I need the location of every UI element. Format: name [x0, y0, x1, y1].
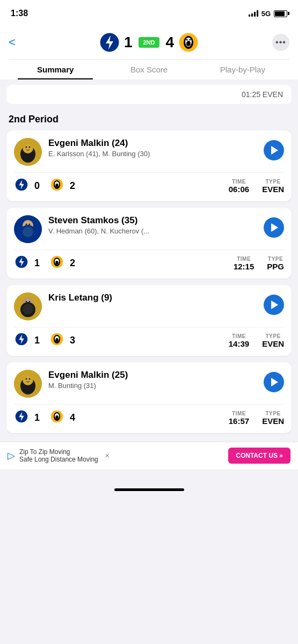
goal-stats-3: TIME 14:39 TYPE EVEN: [229, 333, 284, 348]
ad-tagline: Safe Long Distance Moving: [19, 456, 98, 463]
svg-point-19: [55, 184, 58, 187]
away-logo-2: [14, 255, 29, 271]
time-value-4: 16:57: [229, 416, 249, 426]
tab-boxscore[interactable]: Box Score: [102, 60, 195, 79]
home-indicator: [0, 484, 298, 500]
goal-header-4: Evgeni Malkin (25) M. Bunting (31): [14, 370, 284, 398]
time-label-2: TIME: [234, 256, 254, 262]
type-value-2: PPG: [267, 262, 284, 271]
home-team-score: 4: [166, 32, 199, 53]
goal-stats-1: TIME 06:06 TYPE EVEN: [229, 179, 284, 194]
goal-header-3: Kris Letang (9): [14, 292, 284, 320]
time-stat-2: TIME 12:15: [234, 256, 254, 271]
content-area: 01:25 EVEN 2nd Period Evgeni Malkin (24): [0, 85, 298, 433]
away-score-3: 1: [34, 335, 44, 346]
type-value-1: EVEN: [262, 185, 284, 194]
away-logo-4: [14, 410, 29, 426]
away-score: 1: [124, 34, 133, 51]
svg-point-50: [26, 378, 27, 380]
away-team-logo: [99, 32, 120, 53]
svg-point-23: [26, 224, 27, 225]
home-logo-4: [49, 410, 64, 426]
home-score-4: 4: [70, 412, 79, 423]
goal-player-name-1: Evgeni Malkin (24): [48, 138, 257, 149]
tabs: Summary Box Score Play-by-Play: [9, 59, 289, 79]
goal-player-info-4: Evgeni Malkin (25) M. Bunting (31): [48, 370, 257, 390]
home-team-logo: [178, 32, 199, 53]
goal-assists-1: E. Karlsson (41), M. Bunting (30): [48, 150, 257, 158]
time-stat-1: TIME 06:06: [229, 179, 249, 194]
home-score-3: 3: [70, 335, 79, 346]
player-avatar-2: [14, 215, 42, 243]
goal-stats-2: TIME 12:15 TYPE PPG: [234, 256, 284, 271]
ad-name: Zip To Zip Moving: [19, 448, 98, 456]
goal-card-3: Kris Letang (9) 1 3: [6, 285, 292, 356]
goal-player-name-2: Steven Stamkos (35): [48, 215, 257, 226]
svg-point-13: [29, 147, 31, 148]
svg-point-45: [55, 338, 58, 342]
tab-summary[interactable]: Summary: [9, 60, 102, 79]
more-button[interactable]: •••: [272, 34, 289, 51]
ad-close-label[interactable]: ✕: [105, 452, 110, 459]
back-button[interactable]: <: [9, 35, 16, 49]
time-stat-3: TIME 14:39: [229, 333, 249, 348]
score-bar: < 1 2ND 4: [9, 28, 289, 57]
goal-player-name-3: Kris Letang (9): [48, 292, 257, 303]
type-value-4: EVEN: [262, 416, 284, 426]
play-button-2[interactable]: [264, 217, 284, 238]
home-bar: [114, 488, 184, 491]
away-logo-3: [14, 333, 29, 348]
goal-player-name-4: Evgeni Malkin (25): [48, 370, 257, 380]
goal-player-info-2: Steven Stamkos (35) V. Hedman (60), N. K…: [48, 215, 257, 235]
svg-point-39: [23, 304, 33, 314]
player-avatar-3: [14, 292, 42, 320]
home-score-2: 2: [70, 258, 79, 269]
type-value-3: EVEN: [262, 339, 284, 348]
time-label-4: TIME: [229, 411, 249, 416]
play-button-1[interactable]: [264, 140, 284, 160]
svg-point-6: [186, 39, 188, 41]
home-logo-2: [49, 255, 64, 271]
ad-text-block: ▷ Zip To Zip Moving Safe Long Distance M…: [8, 448, 110, 463]
goal-header-2: Steven Stamkos (35) V. Hedman (60), N. K…: [14, 215, 284, 243]
status-time: 1:38: [11, 9, 28, 18]
network-label: 5G: [261, 10, 271, 18]
away-score-1: 0: [34, 180, 44, 192]
type-label-3: TYPE: [262, 333, 284, 339]
prev-strip-text: 01:25 EVEN: [242, 90, 283, 99]
tab-pbp[interactable]: Play-by-Play: [196, 60, 289, 79]
player-avatar-1: [14, 138, 42, 166]
type-stat-2: TYPE PPG: [267, 256, 284, 271]
away-score-2: 1: [34, 258, 44, 269]
period-heading: 2nd Period: [9, 114, 292, 125]
svg-point-26: [23, 226, 33, 237]
svg-point-32: [55, 261, 58, 265]
goal-details-3: 1 3 TIME 14:39 TYPE EVEN: [14, 327, 284, 348]
home-logo-3: [49, 333, 64, 348]
time-value-1: 06:06: [229, 185, 249, 194]
away-team-score: 1: [99, 32, 133, 53]
svg-point-51: [29, 378, 31, 380]
ad-banner: ▷ Zip To Zip Moving Safe Long Distance M…: [0, 442, 298, 469]
time-label-1: TIME: [229, 179, 249, 185]
battery-icon: [274, 10, 287, 17]
goal-card-1: Evgeni Malkin (24) E. Karlsson (41), M. …: [6, 130, 292, 201]
svg-point-11: [24, 144, 32, 153]
goal-assists-4: M. Bunting (31): [48, 382, 257, 390]
goal-assists-2: V. Hedman (60), N. Kucherov (...: [48, 227, 257, 235]
goal-header-1: Evgeni Malkin (24) E. Karlsson (41), M. …: [14, 138, 284, 166]
time-value-2: 12:15: [234, 262, 254, 271]
goal-details-1: 0 2 TIME 06:06 TYPE EVEN: [14, 172, 284, 194]
prev-score-strip: 01:25 EVEN: [6, 85, 292, 104]
ad-icon: ▷: [8, 450, 15, 462]
goal-card-2: Steven Stamkos (35) V. Hedman (60), N. K…: [6, 208, 292, 279]
play-button-4[interactable]: [264, 372, 284, 392]
ad-cta-button[interactable]: CONTACT US »: [228, 448, 290, 464]
player-avatar-4: [14, 370, 42, 398]
svg-point-7: [190, 39, 191, 41]
type-label-2: TYPE: [267, 256, 284, 262]
play-button-3[interactable]: [264, 295, 284, 315]
svg-point-24: [29, 224, 31, 225]
svg-point-36: [26, 301, 27, 303]
type-stat-1: TYPE EVEN: [262, 179, 284, 194]
